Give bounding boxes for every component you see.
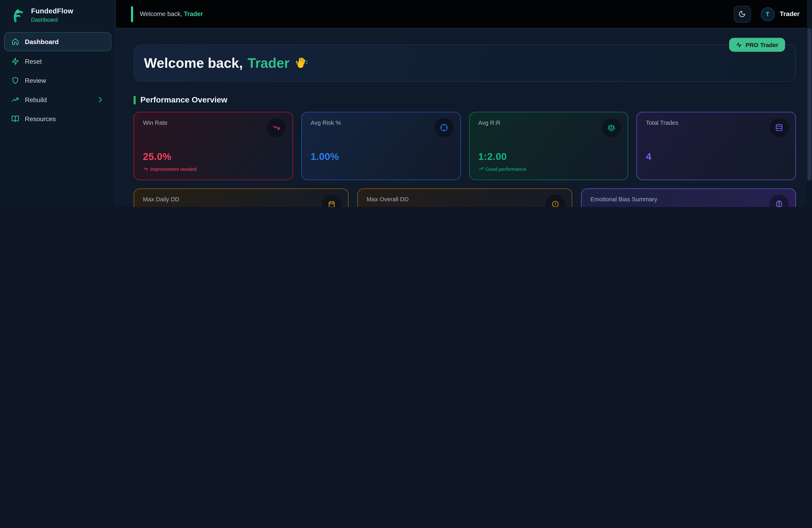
banner-title-name: Trader: [247, 55, 289, 71]
stat-card-avg-rr: Avg R:R 1:2.00 Good performance: [469, 112, 628, 180]
banner-title-prefix: Welcome back,: [144, 55, 243, 71]
stat-label: Avg Risk %: [310, 119, 451, 126]
stat-label: Total Trades: [646, 119, 787, 126]
section-performance-overview: Performance Overview: [134, 95, 796, 104]
activity-icon: [736, 42, 742, 48]
pro-trader-badge-label: PRO Trader: [745, 42, 778, 48]
pro-trader-badge: PRO Trader: [729, 38, 785, 52]
sidebar-item-label: Review: [25, 77, 46, 84]
crosshair-icon: [434, 118, 453, 137]
header-accent-pill: [131, 6, 133, 22]
sidebar: FundedFlow Dashboard Dashboard Reset Rev…: [0, 0, 116, 207]
stat-status: [646, 165, 787, 172]
stat-status: Good performance: [478, 165, 619, 172]
sidebar-nav: Dashboard Reset Review Rebuild Resources: [4, 31, 111, 129]
theme-toggle-button[interactable]: [734, 5, 751, 23]
scale-icon: [602, 118, 621, 137]
stat-value: 1.00%: [310, 151, 451, 163]
sidebar-item-label: Dashboard: [25, 38, 59, 45]
scrollbar-thumb[interactable]: [807, 28, 811, 181]
stat-status: Improvement needed: [143, 165, 284, 172]
brand: FundedFlow Dashboard: [4, 6, 111, 31]
database-icon: [770, 118, 789, 137]
welcome-prefix: Welcome back,: [140, 10, 182, 18]
trending-up-icon: [478, 166, 483, 172]
stat-card-total-trades: Total Trades 4: [637, 112, 796, 180]
section-accent-bar: [134, 96, 135, 104]
sidebar-item-rebuild[interactable]: Rebuild: [4, 90, 111, 108]
header-user-name: Trader: [780, 10, 799, 18]
main-area: Welcome back, Trader T Trader Welcome ba…: [116, 0, 812, 207]
sidebar-item-review[interactable]: Review: [4, 71, 111, 89]
home-icon: [11, 38, 19, 45]
waving-hand-icon: [294, 56, 307, 70]
trending-down-icon: [266, 118, 286, 137]
stat-value: 4: [646, 151, 787, 163]
section-title: Performance Overview: [140, 95, 227, 104]
stat-card-avg-risk: Avg Risk % 1.00%: [301, 112, 461, 180]
welcome-banner-title: Welcome back, Trader: [144, 55, 307, 71]
chevron-right-icon: [96, 96, 104, 103]
brand-subtitle: Dashboard: [31, 17, 73, 23]
stat-card-win-rate: Win Rate 25.0% Improvement needed: [134, 112, 293, 180]
sidebar-item-dashboard[interactable]: Dashboard: [4, 32, 111, 51]
brand-name: FundedFlow: [31, 7, 73, 15]
top-header: Welcome back, Trader T Trader: [116, 0, 812, 28]
stat-label: Avg R:R: [478, 119, 619, 126]
welcome-username: Trader: [184, 10, 203, 18]
stat-label: Emotional Bias Summary: [590, 196, 787, 203]
stat-label: Win Rate: [143, 119, 284, 126]
moon-icon: [739, 10, 746, 18]
shield-icon: [11, 77, 19, 84]
user-avatar[interactable]: T: [760, 7, 775, 21]
trending-down-icon: [143, 166, 148, 172]
stat-label: Max Daily DD: [143, 196, 339, 203]
app-window: FundedFlow Dashboard Dashboard Reset Rev…: [0, 0, 812, 207]
stat-value: 25.0%: [143, 151, 284, 163]
sidebar-item-label: Resources: [25, 115, 56, 122]
stat-cards-row-2: Max Daily DD 0.00% Needs attention Max O…: [134, 189, 796, 207]
stat-status: [310, 165, 451, 172]
sidebar-item-label: Rebuild: [25, 96, 47, 103]
dashboard-content: Welcome back, Trader: [116, 28, 812, 207]
page-scrollbar: [807, 0, 812, 207]
stat-cards-row-1: Win Rate 25.0% Improvement needed Avg Ri…: [134, 112, 796, 180]
avatar-initial: T: [766, 11, 769, 17]
stat-card-max-overall-dd: Max Overall DD 0.00% Needs attention: [357, 189, 572, 207]
stat-label: Max Overall DD: [367, 196, 563, 203]
sidebar-item-resources[interactable]: Resources: [4, 110, 111, 128]
sidebar-item-reset[interactable]: Reset: [4, 52, 111, 70]
book-open-icon: [11, 115, 19, 122]
trending-up-icon: [11, 96, 19, 103]
stat-card-max-daily-dd: Max Daily DD 0.00% Needs attention: [134, 189, 349, 207]
stat-card-emotional-bias: Emotional Bias Summary Anxious: 2 (50.0%…: [581, 189, 796, 207]
zap-icon: [11, 57, 19, 65]
sidebar-item-label: Reset: [25, 58, 42, 65]
stat-value: 1:2.00: [478, 151, 619, 163]
welcome-banner: Welcome back, Trader: [134, 44, 796, 82]
header-welcome-text: Welcome back, Trader: [140, 10, 203, 18]
fundedflow-logo-icon: [10, 7, 26, 23]
stat-status-label: Good performance: [485, 166, 526, 172]
stat-status-label: Improvement needed: [150, 166, 197, 172]
